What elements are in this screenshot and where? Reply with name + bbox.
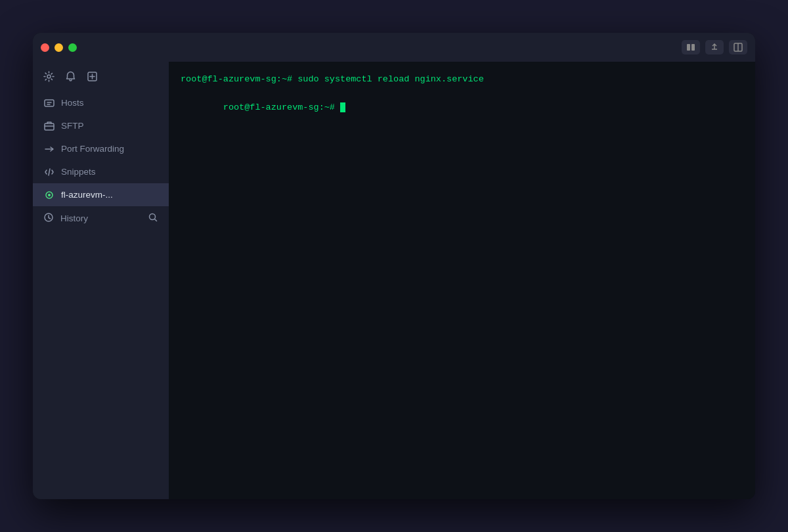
terminal-area[interactable]: root@fl-azurevm-sg:~# sudo systemctl rel… — [169, 62, 755, 499]
svg-rect-1 — [691, 44, 695, 51]
terminal-line-1: root@fl-azurevm-sg:~# sudo systemctl rel… — [181, 72, 743, 87]
sidebar-item-sftp[interactable]: SFTP — [33, 114, 169, 137]
split-icon — [686, 43, 695, 52]
share-icon — [710, 43, 719, 52]
sidebar-top-icons — [43, 71, 98, 82]
compose-icon[interactable] — [87, 71, 98, 82]
snippets-label: Snippets — [61, 167, 158, 177]
sidebar-header — [33, 67, 169, 91]
history-label: History — [60, 213, 88, 223]
content-area: Hosts SFTP Port Forwa — [33, 62, 755, 499]
svg-rect-0 — [687, 44, 690, 51]
snippets-icon — [43, 166, 55, 177]
sidebar-item-snippets[interactable]: Snippets — [33, 160, 169, 183]
port-forwarding-icon — [43, 143, 55, 154]
terminal-line-2: root@fl-azurevm-sg:~# — [181, 87, 743, 129]
history-left: History — [43, 212, 88, 225]
sidebar-item-history[interactable]: History — [33, 206, 169, 231]
layout-icon — [733, 43, 743, 52]
sidebar-item-active-connection[interactable]: fl-azurevm-... — [33, 183, 169, 206]
svg-point-9 — [48, 194, 51, 196]
share-button[interactable] — [705, 40, 724, 55]
svg-rect-6 — [45, 100, 54, 106]
sftp-label: SFTP — [61, 121, 158, 131]
history-search-icon[interactable] — [148, 212, 158, 225]
maximize-button[interactable] — [68, 43, 77, 52]
titlebar — [33, 33, 755, 62]
traffic-lights — [41, 43, 77, 52]
terminal-cursor — [340, 102, 345, 112]
minimize-button[interactable] — [55, 43, 63, 52]
app-window: Hosts SFTP Port Forwa — [33, 33, 755, 499]
bell-icon[interactable] — [65, 71, 76, 82]
hosts-label: Hosts — [61, 98, 158, 108]
svg-point-4 — [47, 75, 51, 78]
svg-rect-7 — [45, 123, 54, 130]
close-button[interactable] — [41, 43, 49, 52]
connection-icon — [43, 189, 55, 200]
split-button[interactable] — [682, 40, 700, 55]
hosts-icon — [43, 97, 55, 108]
titlebar-actions — [682, 40, 747, 55]
sidebar-item-hosts[interactable]: Hosts — [33, 91, 169, 114]
history-icon — [43, 212, 54, 225]
sidebar: Hosts SFTP Port Forwa — [33, 62, 169, 499]
settings-icon[interactable] — [43, 71, 55, 82]
layout-button[interactable] — [729, 40, 747, 55]
sidebar-item-port-forwarding[interactable]: Port Forwarding — [33, 137, 169, 160]
sftp-icon — [43, 120, 55, 131]
port-forwarding-label: Port Forwarding — [61, 144, 158, 154]
active-connection-label: fl-azurevm-... — [61, 190, 158, 200]
